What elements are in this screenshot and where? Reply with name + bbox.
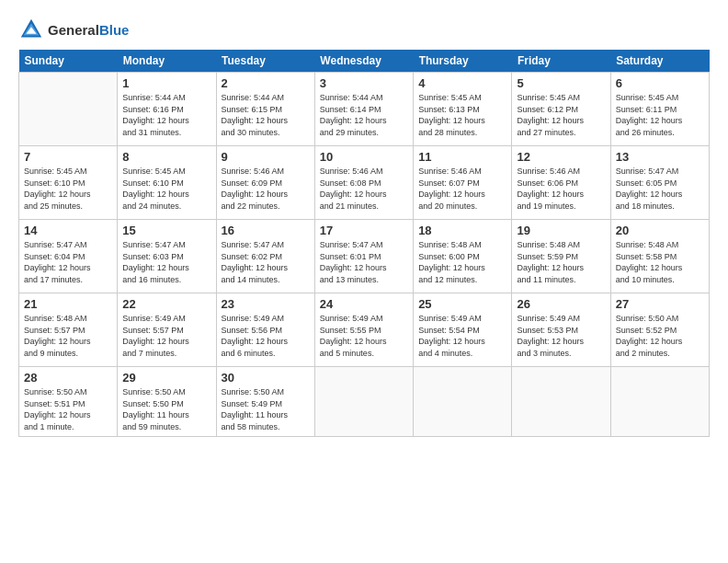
day-number: 17: [320, 224, 408, 237]
cell-info: Sunrise: 5:50 AM Sunset: 5:49 PM Dayligh…: [222, 386, 310, 432]
day-cell-29: 29Sunrise: 5:50 AM Sunset: 5:50 PM Dayli…: [118, 367, 216, 437]
day-number: 13: [616, 150, 704, 164]
weekday-header-monday: Monday: [118, 50, 216, 73]
weekday-header-friday: Friday: [512, 50, 610, 73]
cell-info: Sunrise: 5:47 AM Sunset: 6:05 PM Dayligh…: [616, 166, 704, 212]
day-cell-23: 23Sunrise: 5:49 AM Sunset: 5:56 PM Dayli…: [216, 293, 314, 367]
day-number: 15: [122, 224, 210, 237]
cell-info: Sunrise: 5:45 AM Sunset: 6:10 PM Dayligh…: [24, 166, 112, 212]
day-cell-17: 17Sunrise: 5:47 AM Sunset: 6:01 PM Dayli…: [314, 220, 413, 293]
logo: GeneralBlue: [18, 17, 129, 42]
day-cell-27: 27Sunrise: 5:50 AM Sunset: 5:52 PM Dayli…: [610, 293, 709, 367]
cell-info: Sunrise: 5:49 AM Sunset: 5:54 PM Dayligh…: [418, 313, 506, 359]
cell-info: Sunrise: 5:49 AM Sunset: 5:57 PM Dayligh…: [122, 313, 210, 359]
cell-info: Sunrise: 5:44 AM Sunset: 6:14 PM Dayligh…: [320, 92, 408, 138]
day-number: 28: [24, 371, 112, 385]
page: GeneralBlue SundayMondayTuesdayWednesday…: [0, 0, 728, 563]
day-number: 30: [222, 371, 310, 385]
day-number: 16: [222, 224, 310, 237]
weekday-header-sunday: Sunday: [19, 50, 118, 73]
day-cell-10: 10Sunrise: 5:46 AM Sunset: 6:08 PM Dayli…: [314, 146, 413, 220]
day-number: 24: [320, 297, 408, 311]
day-number: 18: [418, 224, 506, 237]
day-number: 12: [517, 150, 605, 164]
empty-cell: [610, 367, 709, 437]
calendar-table: SundayMondayTuesdayWednesdayThursdayFrid…: [18, 50, 710, 437]
cell-info: Sunrise: 5:50 AM Sunset: 5:52 PM Dayligh…: [616, 313, 704, 359]
logo-icon: [18, 17, 44, 42]
day-number: 11: [418, 150, 506, 164]
day-cell-20: 20Sunrise: 5:48 AM Sunset: 5:58 PM Dayli…: [610, 220, 709, 293]
day-cell-8: 8Sunrise: 5:45 AM Sunset: 6:10 PM Daylig…: [118, 146, 216, 220]
day-cell-16: 16Sunrise: 5:47 AM Sunset: 6:02 PM Dayli…: [216, 220, 314, 293]
day-number: 2: [222, 76, 310, 90]
day-cell-1: 1Sunrise: 5:44 AM Sunset: 6:16 PM Daylig…: [118, 73, 216, 146]
cell-info: Sunrise: 5:46 AM Sunset: 6:08 PM Dayligh…: [320, 166, 408, 212]
cell-info: Sunrise: 5:45 AM Sunset: 6:10 PM Dayligh…: [122, 166, 210, 212]
day-number: 21: [24, 297, 112, 311]
cell-info: Sunrise: 5:45 AM Sunset: 6:11 PM Dayligh…: [616, 92, 704, 138]
empty-cell: [512, 367, 610, 437]
day-cell-25: 25Sunrise: 5:49 AM Sunset: 5:54 PM Dayli…: [414, 293, 512, 367]
calendar-body: 1Sunrise: 5:44 AM Sunset: 6:16 PM Daylig…: [19, 73, 710, 437]
day-number: 4: [418, 76, 506, 90]
empty-cell: [19, 73, 118, 146]
cell-info: Sunrise: 5:47 AM Sunset: 6:03 PM Dayligh…: [122, 239, 210, 285]
day-number: 19: [517, 224, 605, 237]
cell-info: Sunrise: 5:45 AM Sunset: 6:13 PM Dayligh…: [418, 92, 506, 138]
week-row-2: 7Sunrise: 5:45 AM Sunset: 6:10 PM Daylig…: [19, 146, 710, 220]
cell-info: Sunrise: 5:47 AM Sunset: 6:04 PM Dayligh…: [24, 239, 112, 285]
day-cell-28: 28Sunrise: 5:50 AM Sunset: 5:51 PM Dayli…: [19, 367, 118, 437]
weekday-header-row: SundayMondayTuesdayWednesdayThursdayFrid…: [19, 50, 710, 73]
day-number: 8: [122, 150, 210, 164]
cell-info: Sunrise: 5:46 AM Sunset: 6:06 PM Dayligh…: [517, 166, 605, 212]
day-cell-26: 26Sunrise: 5:49 AM Sunset: 5:53 PM Dayli…: [512, 293, 610, 367]
day-cell-19: 19Sunrise: 5:48 AM Sunset: 5:59 PM Dayli…: [512, 220, 610, 293]
day-cell-21: 21Sunrise: 5:48 AM Sunset: 5:57 PM Dayli…: [19, 293, 118, 367]
day-cell-2: 2Sunrise: 5:44 AM Sunset: 6:15 PM Daylig…: [216, 73, 314, 146]
day-number: 22: [122, 297, 210, 311]
cell-info: Sunrise: 5:50 AM Sunset: 5:50 PM Dayligh…: [122, 386, 210, 432]
week-row-1: 1Sunrise: 5:44 AM Sunset: 6:16 PM Daylig…: [19, 73, 710, 146]
week-row-3: 14Sunrise: 5:47 AM Sunset: 6:04 PM Dayli…: [19, 220, 710, 293]
day-cell-9: 9Sunrise: 5:46 AM Sunset: 6:09 PM Daylig…: [216, 146, 314, 220]
day-number: 10: [320, 150, 408, 164]
day-cell-22: 22Sunrise: 5:49 AM Sunset: 5:57 PM Dayli…: [118, 293, 216, 367]
week-row-5: 28Sunrise: 5:50 AM Sunset: 5:51 PM Dayli…: [19, 367, 710, 437]
cell-info: Sunrise: 5:46 AM Sunset: 6:09 PM Dayligh…: [222, 166, 310, 212]
day-cell-24: 24Sunrise: 5:49 AM Sunset: 5:55 PM Dayli…: [314, 293, 413, 367]
day-number: 26: [517, 297, 605, 311]
day-number: 29: [122, 371, 210, 385]
empty-cell: [414, 367, 512, 437]
day-cell-13: 13Sunrise: 5:47 AM Sunset: 6:05 PM Dayli…: [610, 146, 709, 220]
cell-info: Sunrise: 5:46 AM Sunset: 6:07 PM Dayligh…: [418, 166, 506, 212]
day-number: 7: [24, 150, 112, 164]
day-cell-3: 3Sunrise: 5:44 AM Sunset: 6:14 PM Daylig…: [314, 73, 413, 146]
day-cell-15: 15Sunrise: 5:47 AM Sunset: 6:03 PM Dayli…: [118, 220, 216, 293]
cell-info: Sunrise: 5:44 AM Sunset: 6:15 PM Dayligh…: [222, 92, 310, 138]
cell-info: Sunrise: 5:44 AM Sunset: 6:16 PM Dayligh…: [122, 92, 210, 138]
weekday-header-tuesday: Tuesday: [216, 50, 314, 73]
cell-info: Sunrise: 5:48 AM Sunset: 5:58 PM Dayligh…: [616, 239, 704, 285]
cell-info: Sunrise: 5:49 AM Sunset: 5:53 PM Dayligh…: [517, 313, 605, 359]
day-cell-14: 14Sunrise: 5:47 AM Sunset: 6:04 PM Dayli…: [19, 220, 118, 293]
day-number: 23: [222, 297, 310, 311]
cell-info: Sunrise: 5:49 AM Sunset: 5:56 PM Dayligh…: [222, 313, 310, 359]
day-number: 25: [418, 297, 506, 311]
weekday-header-thursday: Thursday: [414, 50, 512, 73]
cell-info: Sunrise: 5:48 AM Sunset: 5:57 PM Dayligh…: [24, 313, 112, 359]
cell-info: Sunrise: 5:49 AM Sunset: 5:55 PM Dayligh…: [320, 313, 408, 359]
day-number: 1: [122, 76, 210, 90]
empty-cell: [314, 367, 413, 437]
day-cell-4: 4Sunrise: 5:45 AM Sunset: 6:13 PM Daylig…: [414, 73, 512, 146]
week-row-4: 21Sunrise: 5:48 AM Sunset: 5:57 PM Dayli…: [19, 293, 710, 367]
day-cell-12: 12Sunrise: 5:46 AM Sunset: 6:06 PM Dayli…: [512, 146, 610, 220]
day-cell-18: 18Sunrise: 5:48 AM Sunset: 6:00 PM Dayli…: [414, 220, 512, 293]
day-number: 14: [24, 224, 112, 237]
header: GeneralBlue: [18, 17, 710, 42]
day-number: 3: [320, 76, 408, 90]
weekday-header-wednesday: Wednesday: [314, 50, 413, 73]
day-cell-7: 7Sunrise: 5:45 AM Sunset: 6:10 PM Daylig…: [19, 146, 118, 220]
day-number: 9: [222, 150, 310, 164]
day-number: 27: [616, 297, 704, 311]
